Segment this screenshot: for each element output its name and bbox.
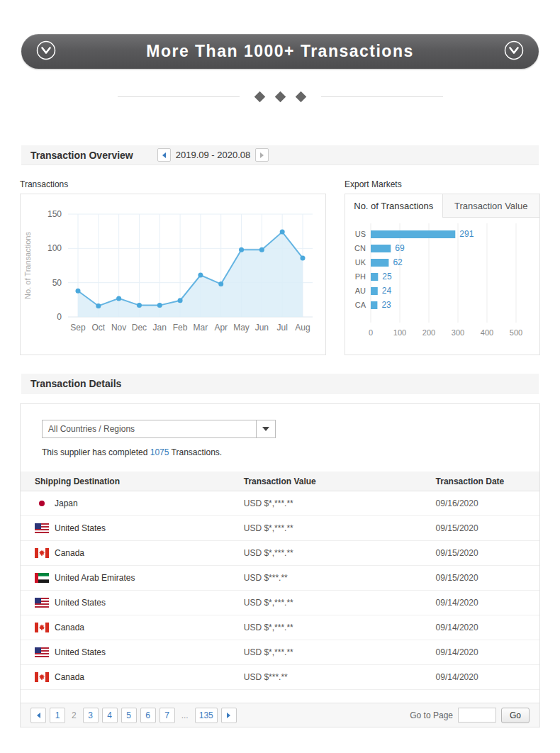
svg-text:100: 100 (393, 328, 406, 337)
flag-ca-icon (35, 548, 49, 558)
bar-CN (371, 245, 391, 252)
cell-destination: Japan (21, 498, 244, 508)
export-markets-tabs: No. of TransactionsTransaction Value (345, 194, 539, 218)
svg-text:23: 23 (381, 300, 391, 310)
svg-text:Dec: Dec (132, 323, 147, 333)
page-button-6[interactable]: 6 (140, 708, 156, 723)
cell-transaction-date: 09/14/2020 (436, 623, 539, 632)
flag-ca-icon (35, 672, 49, 682)
prev-period-button[interactable] (157, 148, 171, 162)
country-name: United States (55, 523, 106, 533)
cell-transaction-date: 09/14/2020 (436, 672, 539, 682)
table-header-row: Shipping Destination Transaction Value T… (21, 472, 539, 491)
country-name: Japan (55, 498, 78, 508)
svg-text:50: 50 (52, 278, 62, 288)
chevron-down-circle-icon[interactable] (35, 40, 57, 64)
pagination-next-button[interactable] (221, 708, 237, 723)
tab-no-of-transactions[interactable]: No. of Transactions (345, 194, 443, 218)
table-row: United StatesUSD $*,***.**09/14/2020 (21, 640, 539, 665)
flag-us-icon (35, 647, 49, 657)
cell-destination: United States (21, 598, 244, 608)
table-row: United StatesUSD $*,***.**09/15/2020 (21, 516, 539, 541)
page-button-3[interactable]: 3 (83, 708, 99, 723)
page-button-4[interactable]: 4 (102, 708, 118, 723)
bar-CA (371, 301, 377, 309)
date-range-label: 2019.09 - 2020.08 (176, 150, 251, 160)
cell-transaction-date: 09/14/2020 (436, 647, 539, 657)
diamond-divider (0, 90, 560, 103)
cell-transaction-value: USD $***.** (244, 672, 436, 682)
svg-text:PH: PH (355, 272, 366, 281)
page-button-7[interactable]: 7 (159, 708, 175, 723)
flag-us-icon (35, 523, 49, 533)
section-title-overview: Transaction Overview (30, 150, 133, 161)
svg-text:May: May (233, 323, 250, 333)
cell-transaction-value: USD $*,***.** (244, 623, 436, 632)
transactions-line-chart-panel: 050100150SepOctNovDecJanFebMarAprMayJunJ… (20, 194, 326, 355)
cell-transaction-date: 09/15/2020 (436, 573, 539, 583)
chevron-down-circle-icon[interactable] (503, 40, 525, 64)
table-row: CanadaUSD $*,***.**09/14/2020 (21, 615, 539, 640)
banner-title: More Than 1000+ Transactions (146, 42, 414, 61)
pagination: 1234567...135 (30, 708, 237, 723)
svg-text:200: 200 (422, 328, 435, 337)
cell-transaction-value: USD $*,***.** (244, 548, 436, 558)
svg-text:US: US (355, 230, 366, 238)
goto-page-input[interactable] (458, 708, 496, 723)
flag-ca-icon (35, 623, 49, 632)
divider-line (118, 96, 240, 97)
svg-text:100: 100 (47, 243, 62, 253)
tab-transaction-value[interactable]: Transaction Value (443, 194, 540, 218)
country-filter-dropdown[interactable]: All Countries / Regions (42, 420, 276, 438)
country-name: Canada (55, 548, 84, 558)
col-transaction-date: Transaction Date (436, 476, 539, 486)
svg-text:Jun: Jun (255, 323, 269, 333)
page-button-135[interactable]: 135 (195, 708, 218, 723)
page-button-1[interactable]: 1 (50, 708, 65, 723)
y-axis-label: No. of Transactions (23, 232, 32, 299)
header-banner: More Than 1000+ Transactions (21, 34, 539, 69)
caret-left-icon (162, 152, 166, 158)
country-name: United Arab Emirates (55, 573, 135, 583)
cell-transaction-date: 09/16/2020 (436, 498, 539, 508)
bar-PH (371, 273, 378, 281)
diamond-icon (295, 91, 306, 102)
table-row: United Arab EmiratesUSD $***.**09/15/202… (21, 566, 539, 591)
pagination-prev-button[interactable] (30, 708, 46, 723)
svg-text:500: 500 (510, 328, 522, 337)
bar-AU (371, 287, 378, 295)
country-filter-value: All Countries / Regions (43, 420, 256, 437)
caret-right-icon (260, 152, 264, 158)
country-name: Canada (55, 672, 84, 682)
next-period-button[interactable] (255, 148, 269, 162)
completed-prefix: This supplier has completed (42, 447, 150, 457)
country-name: United States (55, 647, 106, 657)
cell-destination: United Arab Emirates (21, 573, 244, 583)
country-name: Canada (55, 623, 84, 632)
svg-text:62: 62 (393, 257, 403, 267)
cell-destination: United States (21, 523, 244, 533)
transactions-line-chart: 050100150SepOctNovDecJanFebMarAprMayJunJ… (21, 194, 325, 355)
divider-line (321, 96, 443, 97)
svg-text:0: 0 (369, 328, 373, 337)
goto-page: Go to Page Go (410, 708, 530, 723)
cell-destination: United States (21, 647, 244, 657)
svg-text:Apr: Apr (214, 323, 228, 333)
svg-text:24: 24 (382, 286, 392, 296)
cell-destination: Canada (21, 548, 244, 558)
svg-text:Feb: Feb (173, 323, 188, 333)
transaction-details-panel: All Countries / Regions This supplier ha… (20, 403, 540, 727)
svg-text:Jul: Jul (277, 323, 288, 333)
export-markets-panel: No. of TransactionsTransaction Value 010… (345, 194, 540, 355)
svg-text:CN: CN (354, 244, 366, 252)
caret-right-icon (227, 713, 230, 718)
cell-transaction-value: USD $*,***.** (244, 523, 436, 533)
svg-text:Mar: Mar (194, 323, 208, 333)
svg-text:Jan: Jan (153, 323, 167, 333)
bar-UK (371, 259, 388, 267)
dropdown-button[interactable] (256, 420, 275, 437)
page-button-5[interactable]: 5 (121, 708, 137, 723)
svg-text:400: 400 (481, 328, 493, 337)
go-button[interactable]: Go (501, 708, 530, 723)
export-markets-section: Export Markets No. of TransactionsTransa… (345, 179, 540, 355)
